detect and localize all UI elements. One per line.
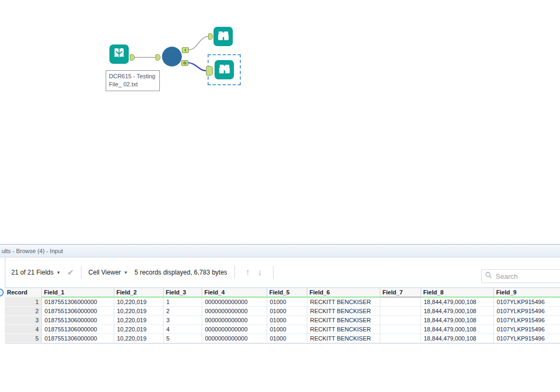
- data-cell[interactable]: 0000000000000: [202, 334, 267, 343]
- tool-annotation-label[interactable]: DCR615 - Testing File_ 02.txt: [106, 70, 160, 91]
- results-grid: RecordField_1Field_2Field_3Field_4Field_…: [5, 287, 560, 344]
- record-number-cell[interactable]: 1: [5, 298, 42, 307]
- data-cell[interactable]: 18,844,479,000,108: [421, 334, 494, 343]
- data-cell[interactable]: 0000000000000: [202, 298, 267, 307]
- column-header-field_5[interactable]: Field_5: [267, 288, 307, 298]
- column-header-field_8[interactable]: Field_8: [421, 288, 494, 298]
- data-cell[interactable]: 18,844,479,000,108: [421, 307, 494, 316]
- data-cell[interactable]: 10,220,019: [114, 334, 164, 343]
- data-cell[interactable]: 0107YLKP915496: [494, 298, 560, 307]
- data-cell[interactable]: 0187551306000000: [42, 325, 114, 334]
- data-cell[interactable]: 0107YLKP915496: [494, 334, 560, 343]
- app-window: I O: [0, 0, 560, 392]
- results-title: ults - Browse (4) - Input: [0, 248, 63, 254]
- binoculars-icon: [217, 29, 230, 45]
- wire-o-to-browse-bottom-selected[interactable]: [188, 63, 207, 71]
- circle-tool-input-anchor[interactable]: [156, 54, 160, 61]
- data-cell[interactable]: 10,220,019: [114, 316, 164, 325]
- data-cell[interactable]: 18,844,479,000,108: [421, 325, 494, 334]
- table-row: 4018755130600000010,220,0194000000000000…: [5, 325, 560, 334]
- data-cell[interactable]: 0000000000000: [202, 325, 267, 334]
- cell-viewer-dropdown[interactable]: Cell Viewer: [89, 269, 121, 276]
- chevron-down-icon[interactable]: ▾: [124, 270, 127, 275]
- column-header-field_9[interactable]: Field_9: [494, 288, 560, 298]
- wire-i-to-browse-top[interactable]: [189, 36, 208, 50]
- column-header-field_7[interactable]: Field_7: [380, 288, 421, 298]
- data-cell[interactable]: 18,844,479,000,108: [421, 298, 494, 307]
- data-cell[interactable]: 0107YLKP915496: [494, 307, 560, 316]
- input-data-tool[interactable]: [109, 45, 129, 64]
- toolbar-separator: [81, 266, 82, 279]
- data-cell[interactable]: RECKITT BENCKISER: [307, 334, 380, 343]
- data-cell[interactable]: 0107YLKP915496: [494, 325, 560, 334]
- data-cell[interactable]: 5: [164, 334, 202, 343]
- data-cell[interactable]: 01000: [267, 325, 307, 334]
- data-cell[interactable]: 0000000000000: [202, 307, 267, 316]
- table-body: 1018755130600000010,220,0191000000000000…: [5, 298, 560, 344]
- table-row: 5018755130600000010,220,0195000000000000…: [5, 334, 560, 343]
- data-cell[interactable]: 10,220,019: [114, 298, 164, 307]
- results-panel: ults - Browse (4) - Input 21 of 21 Field…: [0, 244, 560, 392]
- checkmark-icon[interactable]: ✔: [67, 268, 74, 277]
- data-cell[interactable]: RECKITT BENCKISER: [307, 316, 380, 325]
- fields-summary-dropdown[interactable]: 21 of 21 Fields: [11, 269, 54, 276]
- data-cell[interactable]: 01000: [267, 298, 307, 307]
- output-anchor-o[interactable]: O: [181, 60, 188, 66]
- column-header-record[interactable]: Record: [5, 288, 42, 298]
- chevron-down-icon[interactable]: ▾: [57, 270, 60, 275]
- data-cell[interactable]: 0000000000000: [202, 316, 267, 325]
- workflow-canvas[interactable]: I O: [0, 0, 560, 244]
- data-cell[interactable]: [380, 316, 421, 325]
- record-number-cell[interactable]: 4: [5, 325, 42, 334]
- circle-tool[interactable]: [162, 47, 182, 66]
- toolbar-separator: [234, 266, 235, 279]
- data-cell[interactable]: 01000: [267, 307, 307, 316]
- table-row: 3018755130600000010,220,0193000000000000…: [5, 316, 560, 325]
- browse-bottom-input-anchor[interactable]: [206, 66, 213, 76]
- record-number-cell[interactable]: 5: [5, 334, 42, 343]
- data-cell[interactable]: RECKITT BENCKISER: [307, 298, 380, 307]
- data-cell[interactable]: [380, 298, 421, 307]
- column-header-field_2[interactable]: Field_2: [114, 288, 164, 298]
- records-summary: 5 records displayed, 6,783 bytes: [135, 269, 227, 276]
- data-cell[interactable]: [380, 307, 421, 316]
- data-cell[interactable]: 18,844,479,000,108: [421, 316, 494, 325]
- down-arrow-button[interactable]: ↓: [257, 267, 262, 278]
- record-number-cell[interactable]: 2: [5, 307, 42, 316]
- data-cell[interactable]: 10,220,019: [114, 307, 164, 316]
- data-cell[interactable]: 0107YLKP915496: [494, 316, 560, 325]
- search-box[interactable]: [481, 269, 560, 283]
- browse-top-input-anchor[interactable]: [208, 33, 213, 40]
- left-toolbar-partial-icon[interactable]: [0, 289, 4, 297]
- browse-tool-top[interactable]: [213, 27, 233, 46]
- data-cell[interactable]: 10,220,019: [114, 325, 164, 334]
- data-cell[interactable]: 0187551306000000: [42, 307, 114, 316]
- column-header-field_3[interactable]: Field_3: [164, 288, 202, 298]
- data-cell[interactable]: [380, 334, 421, 343]
- results-titlebar[interactable]: ults - Browse (4) - Input: [0, 245, 560, 257]
- data-cell[interactable]: 01000: [267, 316, 307, 325]
- record-number-cell[interactable]: 3: [5, 316, 42, 325]
- search-icon: [485, 271, 492, 281]
- data-cell[interactable]: 0187551306000000: [42, 298, 114, 307]
- data-cell[interactable]: 1: [164, 298, 202, 307]
- input-tool-output-anchor[interactable]: [130, 54, 135, 61]
- data-cell[interactable]: 0187551306000000: [42, 316, 114, 325]
- data-cell[interactable]: 2: [164, 307, 202, 316]
- browse-tool-bottom[interactable]: [215, 60, 234, 79]
- table-header-row: RecordField_1Field_2Field_3Field_4Field_…: [5, 287, 560, 298]
- data-cell[interactable]: 3: [164, 316, 202, 325]
- up-arrow-button[interactable]: ↑: [246, 267, 250, 278]
- data-cell[interactable]: 01000: [267, 334, 307, 343]
- column-header-field_4[interactable]: Field_4: [202, 288, 267, 298]
- connection-wires: [0, 0, 560, 244]
- search-input[interactable]: [496, 272, 555, 280]
- output-anchor-i[interactable]: I: [182, 47, 189, 53]
- column-header-field_1[interactable]: Field_1: [42, 288, 114, 298]
- data-cell[interactable]: RECKITT BENCKISER: [307, 325, 380, 334]
- data-cell[interactable]: [380, 325, 421, 334]
- data-cell[interactable]: RECKITT BENCKISER: [307, 307, 380, 316]
- data-cell[interactable]: 4: [164, 325, 202, 334]
- column-header-field_6[interactable]: Field_6: [307, 288, 380, 298]
- data-cell[interactable]: 0187551306000000: [42, 334, 114, 343]
